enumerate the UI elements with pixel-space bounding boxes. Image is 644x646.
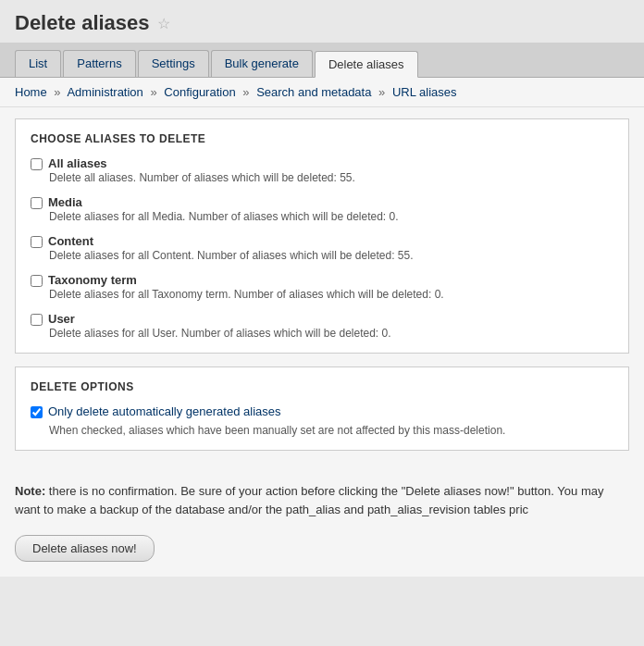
- note-text: there is no confirmation. Be sure of you…: [15, 484, 603, 516]
- option-user: User Delete aliases for all User. Number…: [31, 312, 613, 340]
- tab-patterns[interactable]: Patterns: [63, 50, 135, 77]
- option-all: All aliases Delete all aliases. Number o…: [31, 156, 613, 184]
- breadcrumb-configuration[interactable]: Configuration: [164, 85, 235, 99]
- content-label[interactable]: Content: [31, 234, 613, 248]
- choose-aliases-section: CHOOSE ALIASES TO DELETE All aliases Del…: [15, 118, 629, 354]
- taxonomy-text: Taxonomy term: [48, 273, 137, 287]
- breadcrumb-sep1: »: [54, 85, 60, 99]
- breadcrumb-home[interactable]: Home: [15, 85, 47, 99]
- content-checkbox[interactable]: [31, 236, 43, 248]
- taxonomy-desc: Delete aliases for all Taxonomy term. Nu…: [49, 288, 613, 301]
- media-checkbox[interactable]: [31, 197, 43, 209]
- option-taxonomy: Taxonomy term Delete aliases for all Tax…: [31, 273, 613, 301]
- breadcrumb-sep4: »: [378, 85, 385, 99]
- choose-aliases-title: CHOOSE ALIASES TO DELETE: [31, 132, 613, 145]
- note-area: Note: there is no confirmation. Be sure …: [0, 475, 644, 526]
- favorite-star-icon[interactable]: ☆: [157, 15, 170, 32]
- all-aliases-desc: Delete all aliases. Number of aliases wh…: [49, 171, 613, 184]
- taxonomy-label[interactable]: Taxonomy term: [31, 273, 613, 287]
- tabs-bar: List Patterns Settings Bulk generate Del…: [0, 43, 644, 78]
- auto-generated-checkbox[interactable]: [31, 406, 43, 418]
- tab-delete-aliases[interactable]: Delete aliases: [315, 51, 418, 78]
- delete-options-title: DELETE OPTIONS: [31, 380, 613, 393]
- content-area: CHOOSE ALIASES TO DELETE All aliases Del…: [0, 107, 644, 475]
- media-label[interactable]: Media: [31, 195, 613, 209]
- user-desc: Delete aliases for all User. Number of a…: [49, 327, 613, 340]
- auto-generated-option: Only delete automatically generated alia…: [31, 404, 613, 418]
- delete-options-section: DELETE OPTIONS Only delete automatically…: [15, 366, 629, 451]
- media-desc: Delete aliases for all Media. Number of …: [49, 210, 613, 223]
- all-aliases-label[interactable]: All aliases: [31, 156, 613, 170]
- tab-bulk-generate[interactable]: Bulk generate: [211, 50, 313, 77]
- breadcrumb-sep3: »: [242, 85, 249, 99]
- option-content: Content Delete aliases for all Content. …: [31, 234, 613, 262]
- delete-btn-area: Delete aliases now!: [0, 526, 644, 577]
- note-prefix: Note:: [15, 484, 45, 498]
- page-header: Delete aliases ☆: [0, 0, 644, 35]
- delete-aliases-now-button[interactable]: Delete aliases now!: [15, 535, 155, 562]
- breadcrumb-search-metadata[interactable]: Search and metadata: [256, 85, 371, 99]
- page-title: Delete aliases: [15, 11, 150, 35]
- taxonomy-checkbox[interactable]: [31, 275, 43, 287]
- all-aliases-text: All aliases: [48, 156, 107, 170]
- user-checkbox[interactable]: [31, 314, 43, 326]
- user-label[interactable]: User: [31, 312, 613, 326]
- page-wrapper: Delete aliases ☆ List Patterns Settings …: [0, 0, 644, 577]
- tab-list[interactable]: List: [15, 50, 61, 77]
- media-text: Media: [48, 195, 82, 209]
- breadcrumb-sep2: »: [150, 85, 156, 99]
- content-desc: Delete aliases for all Content. Number o…: [49, 249, 613, 262]
- option-media: Media Delete aliases for all Media. Numb…: [31, 195, 613, 223]
- user-text: User: [48, 312, 75, 326]
- tab-settings[interactable]: Settings: [138, 50, 209, 77]
- auto-generated-label: Only delete automatically generated alia…: [48, 404, 280, 418]
- breadcrumb: Home » Administration » Configuration » …: [0, 78, 644, 107]
- content-text: Content: [48, 234, 93, 248]
- breadcrumb-url-aliases[interactable]: URL aliases: [392, 85, 457, 99]
- all-aliases-checkbox[interactable]: [31, 158, 43, 170]
- auto-generated-desc: When checked, aliases which have been ma…: [49, 424, 613, 437]
- breadcrumb-administration[interactable]: Administration: [67, 85, 142, 99]
